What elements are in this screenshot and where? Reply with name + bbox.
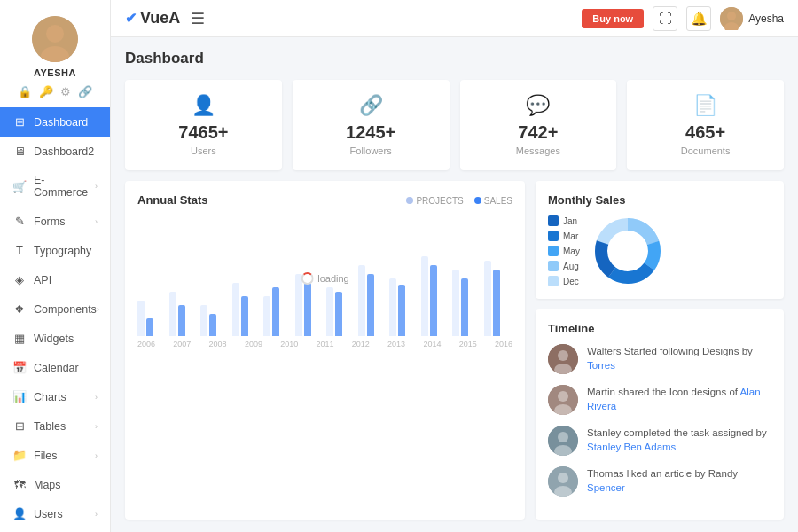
nav-label-files: 📁 Files [12,449,57,462]
bar-group [421,256,450,336]
nav-icon-dashboard: ⊞ [12,115,27,129]
sales-bar [335,292,342,336]
bar-group [169,292,199,336]
svg-point-21 [558,473,568,483]
timeline-link-stanley[interactable]: Stanley Ben Adams [587,442,676,452]
svg-point-12 [558,350,568,361]
nav-text-typography: Typography [34,245,91,257]
svg-point-1 [46,25,64,43]
legend-color-dec [548,276,559,286]
key-icon[interactable]: 🔑 [39,85,53,98]
hamburger-menu[interactable]: ☰ [191,9,205,28]
annual-stats-title: Annual Stats [137,193,207,207]
sidebar-item-charts[interactable]: 📊 Charts › [0,382,110,411]
sidebar-item-ecommerce[interactable]: 🛒 E-Commerce › [0,166,110,207]
timeline-link-thomas[interactable]: Spencer [587,482,625,493]
nav-text-dashboard: Dashboard [34,116,88,129]
sidebar-item-typography[interactable]: T Typography [0,236,110,265]
lock-icon[interactable]: 🔒 [18,85,32,98]
bar-group [137,301,167,336]
sales-bar [304,283,311,336]
nav-label-tables: ⊟ Tables [12,419,66,433]
fullscreen-button[interactable]: ⛶ [653,6,677,31]
nav-arrow-users: › [95,510,98,519]
stat-label-messages: Messages [516,145,560,156]
logo-text: VueA [140,9,180,27]
chart-loading: loading [301,272,348,285]
nav-arrow-forms: › [95,217,98,226]
nav-icon-forms: ✎ [12,215,27,228]
legend-item-may: May [548,246,580,256]
sidebar-item-forms[interactable]: ✎ Forms › [0,207,110,236]
nav-label-calendar: 📅 Calendar [12,361,79,374]
topbar: ✔ VueA ☰ Buy now ⛶ 🔔 Ayesha [111,0,798,37]
bar-group [232,283,262,336]
legend-color-aug [548,261,559,271]
timeline-item-walters: Walters Started following Designs by Tor… [548,344,771,374]
stat-value-messages: 742+ [518,122,558,143]
chart-legend: PROJECTS SALES [406,196,512,206]
notification-bell[interactable]: 🔔 [686,6,711,31]
sales-bar [430,265,437,336]
nav-icon-widgets: ▦ [12,332,27,345]
timeline-item-stanley: Stanley completed the task assigned by S… [548,426,771,456]
bar-group [389,278,419,336]
sales-legend: SALES [474,196,512,206]
sidebar-item-dashboard[interactable]: ⊞ Dashboard [0,107,110,137]
monthly-sales-donut [592,215,663,286]
sidebar-item-dashboard2[interactable]: 🖥 Dashboard2 [0,137,110,166]
logo-check-icon: ✔ [125,10,137,27]
sales-bar [461,278,468,336]
sidebar-item-maps[interactable]: 🗺 Maps [0,470,110,499]
sidebar-item-components[interactable]: ❖ Components › [0,294,110,324]
avatar [32,16,78,62]
sidebar-item-pages[interactable]: 📄 Pages › [0,528,110,532]
nav-label-charts: 📊 Charts [12,390,66,403]
sales-bar [209,314,216,336]
legend-label-may: May [563,246,580,256]
sidebar-item-tables[interactable]: ⊟ Tables › [0,411,110,441]
stat-label-followers: Followers [350,145,392,156]
nav-text-tables: Tables [34,420,66,433]
nav-label-typography: T Typography [12,244,91,257]
profile-icons: 🔒 🔑 ⚙ 🔗 [18,85,92,98]
timeline-avatar-stanley [548,426,578,456]
buy-now-button[interactable]: Buy now [582,9,644,28]
nav-arrow-components: › [97,305,99,314]
link-icon[interactable]: 🔗 [78,85,92,98]
stat-card-followers: 🔗 1245+ Followers [293,80,450,170]
legend-label-aug: Aug [563,262,579,271]
projects-bar [169,292,176,336]
xaxis-label: 2012 [352,340,370,348]
timeline-link-martin[interactable]: Alan Rivera [587,387,761,411]
chart-xaxis: 2006200720082009201020112012201320142015… [137,340,512,348]
sidebar-item-files[interactable]: 📁 Files › [0,441,110,470]
xaxis-label: 2007 [173,340,191,348]
timeline-avatar-martin [548,385,578,415]
timeline-link-walters[interactable]: Torres [587,360,615,371]
nav-text-api: API [34,274,51,286]
projects-bar [484,261,491,336]
svg-point-18 [558,432,568,442]
nav-text-charts: Charts [34,391,66,403]
timeline-text-walters: Walters Started following Designs by Tor… [587,344,771,372]
timeline-item-thomas: Thomas liked an article by Randy Spencer [548,466,771,497]
nav-text-calendar: Calendar [34,362,79,374]
nav-text-widgets: Widgets [34,332,74,345]
timeline-avatar-walters [548,344,578,374]
sales-bar [241,296,248,336]
sidebar-item-api[interactable]: ◈ API [0,265,110,294]
monthly-sales-title: Monthly Sales [548,193,771,207]
nav-label-maps: 🗺 Maps [12,478,61,491]
settings-icon[interactable]: ⚙ [60,85,71,98]
sidebar-item-users[interactable]: 👤 Users › [0,499,110,528]
sales-bar [493,270,500,336]
legend-color-jan [548,215,559,226]
main-area: ✔ VueA ☰ Buy now ⛶ 🔔 Ayesha Da [111,0,798,532]
stat-card-messages: 💬 742+ Messages [460,80,617,170]
bar-group [452,270,481,336]
sidebar-item-widgets[interactable]: ▦ Widgets [0,324,110,353]
projects-bar [358,265,365,336]
sidebar-item-calendar[interactable]: 📅 Calendar [0,353,110,382]
user-badge[interactable]: Ayesha [720,7,784,30]
